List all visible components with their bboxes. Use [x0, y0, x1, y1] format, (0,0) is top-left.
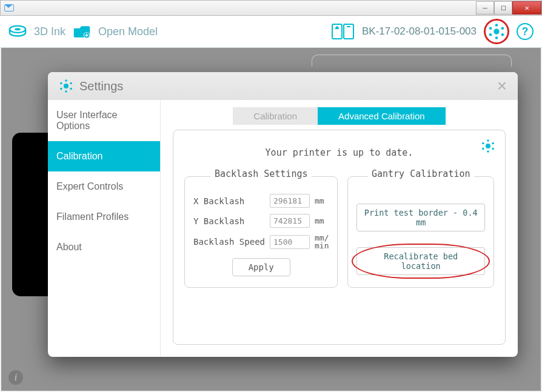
minimize-button[interactable]: ─ [476, 1, 494, 15]
y-backlash-input[interactable] [270, 214, 310, 228]
backlash-title: Backlash Settings [211, 168, 312, 179]
modal-close-button[interactable]: × [497, 76, 507, 96]
backlash-speed-input[interactable] [270, 235, 310, 249]
svg-point-13 [64, 84, 69, 88]
help-button[interactable]: ? [517, 23, 534, 40]
gantry-calibration-box: Gantry Calibration Print test border - 0… [347, 176, 494, 288]
settings-button[interactable] [484, 19, 509, 44]
sidebar-item-ui-options[interactable]: User Interface Options [48, 100, 160, 141]
svg-point-14 [65, 79, 67, 82]
recalibrate-bed-button[interactable]: Recalibrate bed location [356, 247, 485, 275]
svg-point-20 [486, 144, 490, 148]
unit-mm-min: mm/min [315, 234, 329, 250]
app-header: 3D Ink Open Model BK-17-02-08-01-015-003… [0, 16, 542, 48]
unit-mm: mm [315, 197, 324, 205]
svg-point-24 [492, 142, 494, 145]
app-icon [4, 4, 14, 12]
maximize-button[interactable]: ☐ [494, 1, 512, 15]
gear-icon[interactable] [481, 139, 495, 153]
backlash-speed-label: Backlash Speed [193, 237, 265, 247]
svg-point-25 [482, 148, 484, 150]
gantry-title: Gantry Calibration [368, 168, 474, 179]
highlight-circle [484, 19, 509, 44]
sidebar-item-filament-profiles[interactable]: Filament Profiles [48, 202, 160, 232]
window-close-button[interactable]: ✕ [512, 1, 541, 15]
backlash-settings-box: Backlash Settings X Backlash mm Y Backla… [184, 176, 338, 288]
x-backlash-input[interactable] [270, 194, 310, 208]
svg-point-15 [65, 90, 67, 93]
settings-sidebar: User Interface Options Calibration Exper… [48, 100, 161, 357]
sidebar-item-expert-controls[interactable]: Expert Controls [48, 171, 160, 202]
svg-point-21 [487, 139, 489, 142]
settings-content: Calibration Advanced Calibration Your pr… [161, 100, 518, 357]
modal-header: Settings × [48, 72, 518, 100]
background-panel-edge [312, 55, 512, 67]
x-backlash-label: X Backlash [193, 196, 265, 206]
print-test-border-button[interactable]: Print test border - 0.4 mm [356, 204, 485, 231]
printer-status: Your printer is up to date. [184, 147, 494, 158]
tab-advanced-calibration[interactable]: Advanced Calibration [318, 107, 446, 125]
y-backlash-label: Y Backlash [193, 216, 265, 226]
apply-button[interactable]: Apply [232, 258, 290, 276]
window-titlebar: ─ ☐ ✕ [0, 0, 542, 16]
open-model-label[interactable]: Open Model [98, 25, 158, 38]
svg-point-26 [492, 148, 494, 150]
sidebar-item-calibration[interactable]: Calibration [48, 141, 160, 171]
svg-point-16 [60, 82, 62, 85]
modal-title: Settings [79, 79, 123, 93]
svg-point-18 [60, 88, 62, 90]
sidebar-item-about[interactable]: About [48, 232, 160, 262]
svg-point-23 [482, 142, 484, 145]
device-id: BK-17-02-08-01-015-003 [362, 25, 477, 38]
svg-point-17 [70, 82, 72, 85]
unit-mm: mm [315, 217, 324, 225]
gear-icon [59, 79, 73, 93]
tab-calibration[interactable]: Calibration [233, 107, 318, 125]
svg-point-1 [15, 28, 20, 30]
ink-spool-icon [8, 22, 27, 41]
calibration-panel: Your printer is up to date. Backlash Set… [173, 130, 506, 345]
svg-point-19 [70, 88, 72, 90]
info-button[interactable]: i [8, 370, 23, 385]
folder-icon [73, 24, 91, 39]
svg-point-22 [487, 150, 489, 153]
dashboard-icon[interactable] [332, 24, 355, 39]
ink-label[interactable]: 3D Ink [34, 25, 65, 38]
settings-modal: Settings × User Interface Options Calibr… [48, 72, 518, 357]
